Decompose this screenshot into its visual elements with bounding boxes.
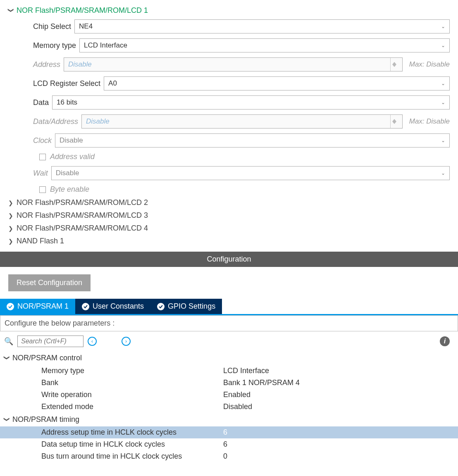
- lcd-reg-select-label: LCD Register Select: [33, 79, 100, 88]
- tab-label: User Constants: [93, 302, 144, 311]
- chevron-down-icon: ⌄: [441, 138, 445, 143]
- dropdown-value: NE4: [79, 22, 93, 31]
- dropdown-value: Disable: [56, 169, 79, 177]
- clock-dropdown: Disable ⌄: [55, 133, 450, 148]
- wait-label: Wait: [33, 169, 48, 178]
- data-address-hint: Max: Disable: [406, 117, 450, 126]
- chevron-down-icon: ⌄: [441, 100, 445, 105]
- dropdown-value: LCD Interface: [84, 41, 127, 50]
- param-key: Data setup time in HCLK clock cycles: [41, 440, 223, 449]
- byte-enable-label: Byte enable: [50, 185, 89, 194]
- chevron-down-icon: ⌄: [441, 81, 445, 86]
- dropdown-value: 16 bits: [57, 98, 77, 107]
- param-row[interactable]: Memory type LCD Interface: [0, 365, 458, 377]
- next-button[interactable]: ›: [122, 337, 131, 346]
- param-value: Disabled: [223, 402, 458, 411]
- address-input: Disable: [64, 57, 403, 71]
- param-key: Extended mode: [41, 402, 223, 411]
- chevron-right-icon: ❯: [8, 212, 14, 219]
- chevron-down-icon: ⌄: [441, 43, 445, 48]
- tree-item-label: NOR Flash/PSRAM/SRAM/ROM/LCD 4: [17, 224, 148, 233]
- configuration-header: Configuration: [0, 252, 458, 267]
- param-row[interactable]: Data setup time in HCLK clock cycles 6: [0, 438, 458, 450]
- param-row[interactable]: Extended mode Disabled: [0, 401, 458, 413]
- tab-label: NOR/PSRAM 1: [17, 302, 69, 311]
- data-address-label: Data/Address: [33, 117, 78, 126]
- data-dropdown[interactable]: 16 bits ⌄: [52, 95, 450, 109]
- param-row[interactable]: Write operation Enabled: [0, 389, 458, 401]
- param-key: Bus turn around time in HCLK clock cycle…: [41, 452, 223, 461]
- param-group-timing[interactable]: ❯ NOR/PSRAM timing: [0, 413, 458, 426]
- param-value: 6: [223, 440, 458, 449]
- input-value: Disable: [86, 117, 110, 126]
- param-row[interactable]: Bus turn around time in HCLK clock cycle…: [0, 450, 458, 462]
- tree-item-label: NOR Flash/PSRAM/SRAM/ROM/LCD 2: [17, 198, 148, 207]
- param-value: LCD Interface: [223, 367, 458, 375]
- chevron-right-icon: ❯: [8, 225, 14, 232]
- memory-type-label: Memory type: [33, 41, 76, 50]
- param-value: 0: [223, 452, 458, 461]
- address-hint: Max: Disable: [406, 60, 450, 69]
- tab-user-constants[interactable]: User Constants: [75, 299, 150, 314]
- search-icon: 🔍: [4, 337, 13, 346]
- chevron-down-icon: ⌄: [441, 24, 445, 29]
- address-label: Address: [33, 60, 60, 69]
- chevron-down-icon: ⌄: [441, 170, 445, 176]
- data-address-input: Disable: [81, 114, 403, 129]
- param-key: Address setup time in HCLK clock cycles: [41, 428, 223, 437]
- spinner-icon: [390, 115, 398, 128]
- tree-item-label: NOR Flash/PSRAM/SRAM/ROM/LCD 1: [17, 6, 148, 15]
- param-key: Memory type: [41, 367, 223, 375]
- param-group-control[interactable]: ❯ NOR/PSRAM control: [0, 351, 458, 365]
- byte-enable-checkbox: [39, 186, 46, 193]
- chip-select-dropdown[interactable]: NE4 ⌄: [74, 19, 450, 33]
- chevron-down-icon: ❯: [4, 417, 10, 423]
- param-row[interactable]: Bank Bank 1 NOR/PSRAM 4: [0, 377, 458, 389]
- tree-item-label: NAND Flash 1: [17, 237, 64, 245]
- lcd-reg-select-dropdown[interactable]: A0 ⌄: [104, 76, 450, 90]
- tab-label: GPIO Settings: [168, 302, 215, 311]
- tree-item-nand1[interactable]: ❯ NAND Flash 1: [8, 235, 450, 248]
- chip-select-label: Chip Select: [33, 22, 71, 31]
- spinner-icon: [390, 58, 398, 71]
- check-icon: [157, 303, 165, 310]
- param-value: Enabled: [223, 390, 458, 399]
- wait-dropdown: Disable ⌄: [51, 166, 450, 180]
- param-value: Bank 1 NOR/PSRAM 4: [223, 378, 458, 387]
- data-label: Data: [33, 98, 49, 107]
- chevron-down-icon: ❯: [8, 8, 14, 14]
- reset-configuration-button[interactable]: Reset Configuration: [8, 274, 91, 291]
- tree-item-label: NOR Flash/PSRAM/SRAM/ROM/LCD 3: [17, 211, 148, 220]
- param-key: Write operation: [41, 390, 223, 399]
- param-group-title: NOR/PSRAM control: [12, 354, 82, 362]
- param-row[interactable]: Address setup time in HCLK clock cycles …: [0, 426, 458, 438]
- dropdown-value: Disable: [60, 136, 83, 145]
- tree-item-nor1[interactable]: ❯ NOR Flash/PSRAM/SRAM/ROM/LCD 1: [8, 4, 450, 17]
- prev-button[interactable]: ‹: [88, 337, 97, 346]
- tab-gpio-settings[interactable]: GPIO Settings: [150, 299, 222, 314]
- address-valid-label: Address valid: [50, 152, 95, 161]
- chevron-down-icon: ❯: [4, 355, 10, 361]
- address-valid-checkbox: [39, 154, 46, 160]
- check-icon: [7, 303, 14, 310]
- dropdown-value: A0: [108, 79, 117, 88]
- check-icon: [82, 303, 89, 310]
- param-group-title: NOR/PSRAM timing: [12, 415, 79, 424]
- tree-item-nor2[interactable]: ❯ NOR Flash/PSRAM/SRAM/ROM/LCD 2: [8, 196, 450, 209]
- tree-item-nor3[interactable]: ❯ NOR Flash/PSRAM/SRAM/ROM/LCD 3: [8, 209, 450, 222]
- chevron-right-icon: ❯: [8, 238, 14, 245]
- input-value: Disable: [68, 60, 92, 69]
- tree-item-nor4[interactable]: ❯ NOR Flash/PSRAM/SRAM/ROM/LCD 4: [8, 222, 450, 235]
- param-key: Bank: [41, 378, 223, 387]
- memory-type-dropdown[interactable]: LCD Interface ⌄: [79, 38, 450, 52]
- search-input[interactable]: [17, 336, 83, 347]
- param-value: 6: [223, 428, 458, 437]
- configure-subheader: Configure the below parameters :: [0, 315, 458, 331]
- clock-label: Clock: [33, 136, 52, 145]
- tab-nor-psram-1[interactable]: NOR/PSRAM 1: [0, 299, 75, 314]
- info-icon[interactable]: i: [440, 336, 450, 346]
- chevron-right-icon: ❯: [8, 200, 14, 206]
